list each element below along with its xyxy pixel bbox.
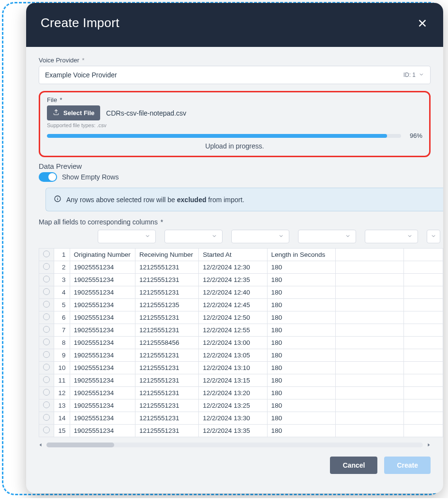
voice-provider-dropdown[interactable]: Example Voice Provider ID: 1 [39,66,431,84]
table-row: 12190255512341212555123112/2/2024 13:201… [39,387,443,399]
table-cell [335,399,403,412]
info-suffix: from import. [206,196,244,204]
table-cell: 19025551234 [70,399,135,412]
table-cell: 12125551231 [135,362,198,374]
table-cell: 12/2/2024 13:00 [199,337,267,349]
supported-file-types: Supported file types: .csv [47,122,422,128]
row-index: 4 [54,286,70,299]
table-row: 5190255512341212555123512/2/2024 12:4518… [39,299,443,311]
scroll-left-icon[interactable] [39,441,43,449]
table-cell: 12125551231 [135,399,198,412]
row-select-radio[interactable] [43,427,50,433]
table-cell: 180 [267,299,335,311]
table-cell: 12125551231 [135,324,198,337]
scroll-right-icon[interactable] [427,441,431,449]
column-mapping-select[interactable] [231,230,289,243]
create-button[interactable]: Create [384,457,431,474]
show-empty-rows-toggle[interactable] [39,172,57,182]
row-index: 3 [54,274,70,286]
svg-point-2 [57,197,58,197]
svg-marker-4 [428,443,430,446]
table-cell: 19025551234 [70,261,135,274]
voice-provider-label-text: Voice Provider [39,57,79,64]
row-select-radio[interactable] [43,276,50,282]
row-select-radio[interactable] [43,288,50,295]
table-cell: 12125551231 [135,311,198,324]
table-cell: 180 [267,399,335,412]
table-cell: 12125551231 [135,374,198,387]
row-select-radio[interactable] [43,301,50,308]
table-cell [335,425,403,437]
row-select-radio[interactable] [43,376,50,383]
table-row: 6190255512341212555123112/2/2024 12:5018… [39,311,443,324]
upload-status-text: Upload in progress. [47,142,422,150]
table-cell: 12/2/2024 13:30 [199,412,267,425]
voice-provider-id: ID: 1 [403,72,416,78]
table-cell [404,374,443,387]
chevron-down-icon [211,233,217,240]
table-cell: 12125558456 [135,337,198,349]
table-cell: 19025551234 [70,311,135,324]
table-cell: 19025551234 [70,286,135,299]
row-select-radio[interactable] [43,251,50,257]
table-cell [335,311,403,324]
table-cell: 12/2/2024 12:45 [199,299,267,311]
row-select-radio[interactable] [43,351,50,358]
column-mapping-select[interactable] [365,230,418,243]
column-mapping-select[interactable] [164,230,223,243]
select-file-button-label: Select File [63,109,94,117]
column-header: Length in Seconds [267,249,335,261]
table-cell [404,425,443,437]
table-cell: 12/2/2024 12:50 [199,311,267,324]
horizontal-scrollbar[interactable] [39,441,431,449]
row-select-radio[interactable] [43,401,50,408]
table-cell: 180 [267,261,335,274]
exclude-rows-info: Any rows above selected row will be excl… [45,188,443,211]
scroll-track[interactable] [46,443,423,447]
chevron-down-icon [431,233,436,240]
table-row: 11190255512341212555123112/2/2024 13:151… [39,374,443,387]
row-select-radio[interactable] [43,263,50,270]
column-mapping-select[interactable] [98,230,156,243]
upload-icon [53,109,60,117]
table-row: 14190255512341212555123112/2/2024 13:301… [39,412,443,425]
row-select-radio[interactable] [43,313,50,320]
table-cell: 180 [267,374,335,387]
table-cell: 12125551231 [135,349,198,362]
table-cell: 12125551231 [135,286,198,299]
upload-progress-percent: 96% [406,132,422,139]
select-file-button[interactable]: Select File [47,105,100,120]
row-select-radio[interactable] [43,389,50,396]
table-cell [335,286,403,299]
row-index: 13 [54,399,70,412]
row-select-radio[interactable] [43,414,50,421]
table-cell: 19025551234 [70,324,135,337]
row-select-radio[interactable] [43,326,50,333]
column-header [404,249,443,261]
close-button[interactable] [416,17,429,30]
column-mapping-row [39,229,443,247]
row-index: 1 [54,249,70,261]
column-header: Started At [199,249,267,261]
data-preview-table: 1Originating NumberReceiving NumberStart… [39,248,443,437]
table-cell [404,399,443,412]
table-cell: 12125551231 [135,274,198,286]
info-prefix: Any rows above selected row will be [66,196,177,204]
table-cell: 12125551231 [135,425,198,437]
row-select-radio[interactable] [43,339,50,345]
column-header: Receiving Number [135,249,198,261]
table-row: 4190255512341212555123112/2/2024 12:4018… [39,286,443,299]
table-cell: 19025551234 [70,387,135,399]
voice-provider-section: Voice Provider * Example Voice Provider … [39,57,431,84]
row-index: 9 [54,349,70,362]
cancel-button[interactable]: Cancel [330,457,377,474]
table-cell: 12/2/2024 12:40 [199,286,267,299]
scroll-thumb[interactable] [46,443,114,447]
table-cell [404,299,443,311]
info-bold: excluded [177,196,207,204]
table-cell: 19025551234 [70,362,135,374]
column-mapping-select[interactable] [427,230,440,243]
table-row: 13190255512341212555123112/2/2024 13:251… [39,399,443,412]
row-select-radio[interactable] [43,364,50,370]
column-mapping-select[interactable] [298,230,356,243]
